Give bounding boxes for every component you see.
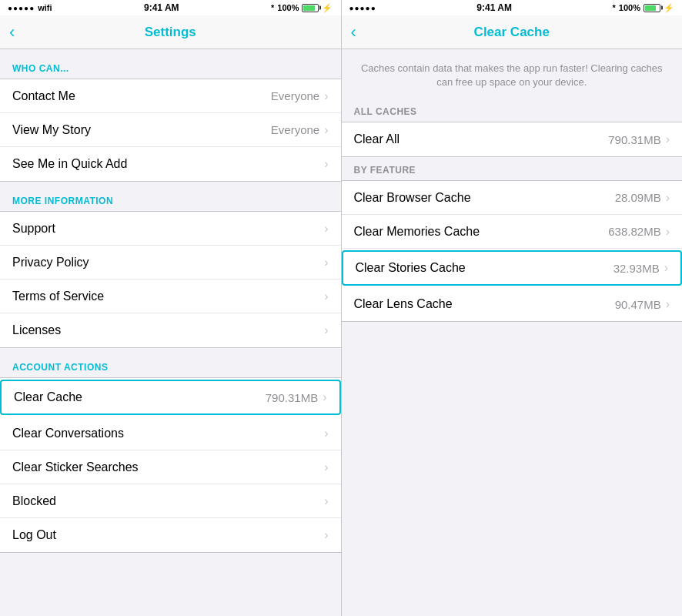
status-right-left: * 100% ⚡ bbox=[271, 3, 333, 13]
section-header-all-caches: ALL CACHES bbox=[342, 99, 683, 122]
clear-lens-item[interactable]: Clear Lens Cache 90.47MB › bbox=[342, 287, 683, 321]
view-story-chevron: › bbox=[324, 123, 328, 137]
time-left: 9:41 AM bbox=[144, 2, 179, 13]
clear-stickers-right: › bbox=[324, 460, 328, 474]
clear-conversations-label: Clear Conversations bbox=[12, 427, 124, 440]
clear-browser-chevron: › bbox=[666, 191, 670, 205]
clear-stickers-label: Clear Sticker Searches bbox=[12, 460, 139, 474]
clear-lens-right: 90.47MB › bbox=[615, 297, 670, 311]
clear-all-right: 790.31MB › bbox=[608, 132, 670, 146]
blocked-right: › bbox=[324, 494, 328, 508]
clear-conversations-right: › bbox=[324, 427, 328, 440]
blocked-label: Blocked bbox=[12, 494, 56, 508]
nav-bar-right: ‹ Clear Cache bbox=[342, 15, 683, 49]
licenses-label: Licenses bbox=[12, 323, 61, 337]
support-item[interactable]: Support › bbox=[0, 212, 341, 246]
clear-stories-right: 32.93MB › bbox=[613, 261, 668, 275]
clear-all-chevron: › bbox=[666, 132, 670, 146]
clear-memories-label: Clear Memories Cache bbox=[354, 225, 480, 239]
battery-icon-right bbox=[644, 4, 660, 12]
charging-icon-right: ⚡ bbox=[664, 3, 674, 13]
clear-memories-value: 638.82MB bbox=[608, 225, 660, 238]
clear-memories-item[interactable]: Clear Memories Cache 638.82MB › bbox=[342, 215, 683, 249]
log-out-right: › bbox=[324, 528, 328, 542]
who-can-list: Contact Me Everyone › View My Story Ever… bbox=[0, 79, 341, 182]
clear-stickers-chevron: › bbox=[324, 460, 328, 474]
clear-all-item[interactable]: Clear All 790.31MB › bbox=[342, 122, 683, 156]
clear-cache-item[interactable]: Clear Cache 790.31MB › bbox=[0, 380, 341, 415]
support-label: Support bbox=[12, 222, 55, 236]
wifi-icon: wifi bbox=[38, 3, 52, 12]
left-panel: ●●●●● wifi 9:41 AM * 100% ⚡ ‹ Settings W… bbox=[0, 0, 342, 616]
log-out-item[interactable]: Log Out › bbox=[0, 518, 341, 552]
right-content: Caches contain data that makes the app r… bbox=[342, 49, 683, 616]
section-header-account: ACCOUNT ACTIONS bbox=[0, 348, 341, 377]
tos-chevron: › bbox=[324, 290, 328, 303]
view-story-value: Everyone bbox=[271, 123, 319, 136]
clear-cache-right: 790.31MB › bbox=[266, 390, 327, 404]
privacy-right: › bbox=[324, 256, 328, 270]
account-actions-list: Clear Cache 790.31MB › Clear Conversatio… bbox=[0, 377, 341, 553]
clear-lens-label: Clear Lens Cache bbox=[354, 297, 453, 311]
blocked-item[interactable]: Blocked › bbox=[0, 484, 341, 518]
quick-add-item[interactable]: See Me in Quick Add › bbox=[0, 147, 341, 181]
battery-percent-right: 100% bbox=[619, 3, 640, 12]
status-right-right: * 100% ⚡ bbox=[613, 3, 674, 13]
clear-all-value: 790.31MB bbox=[608, 133, 660, 146]
clear-lens-value: 90.47MB bbox=[615, 298, 661, 311]
clear-memories-chevron: › bbox=[666, 225, 670, 239]
clear-cache-chevron: › bbox=[323, 390, 326, 404]
clear-cache-label: Clear Cache bbox=[14, 390, 82, 404]
contact-me-value: Everyone bbox=[271, 89, 319, 102]
blocked-chevron: › bbox=[324, 494, 328, 508]
cache-description: Caches contain data that makes the app r… bbox=[342, 49, 683, 99]
section-header-who-can: WHO CAN... bbox=[0, 49, 341, 79]
support-right: › bbox=[324, 222, 328, 236]
battery-icon-left bbox=[302, 4, 319, 12]
clear-stories-item[interactable]: Clear Stories Cache 32.93MB › bbox=[342, 250, 683, 286]
view-story-right: Everyone › bbox=[271, 123, 329, 137]
tos-right: › bbox=[324, 290, 328, 303]
contact-me-chevron: › bbox=[324, 89, 328, 103]
contact-me-label: Contact Me bbox=[12, 89, 75, 103]
contact-me-item[interactable]: Contact Me Everyone › bbox=[0, 79, 341, 113]
clear-browser-label: Clear Browser Cache bbox=[354, 191, 471, 205]
clear-lens-chevron: › bbox=[666, 297, 670, 311]
clear-stories-value: 32.93MB bbox=[613, 262, 660, 275]
clear-conversations-chevron: › bbox=[324, 427, 328, 440]
status-left: ●●●●● wifi bbox=[8, 3, 52, 12]
licenses-chevron: › bbox=[324, 323, 328, 337]
clear-cache-value: 790.31MB bbox=[266, 391, 318, 404]
quick-add-chevron: › bbox=[324, 157, 328, 171]
licenses-item[interactable]: Licenses › bbox=[0, 313, 341, 347]
section-header-by-feature: BY FEATURE bbox=[342, 157, 683, 180]
nav-title-left: Settings bbox=[145, 25, 196, 40]
tos-label: Terms of Service bbox=[12, 290, 104, 303]
status-bar-right: ●●●●● 9:41 AM * 100% ⚡ bbox=[342, 0, 683, 15]
all-caches-list: Clear All 790.31MB › bbox=[342, 122, 683, 157]
view-story-item[interactable]: View My Story Everyone › bbox=[0, 113, 341, 147]
clear-stickers-item[interactable]: Clear Sticker Searches › bbox=[0, 450, 341, 484]
clear-conversations-item[interactable]: Clear Conversations › bbox=[0, 417, 341, 450]
back-button-left[interactable]: ‹ bbox=[9, 22, 15, 42]
view-story-label: View My Story bbox=[12, 123, 91, 137]
charging-icon-left: ⚡ bbox=[322, 3, 333, 13]
clear-stories-chevron: › bbox=[664, 261, 668, 275]
quick-add-label: See Me in Quick Add bbox=[12, 157, 127, 171]
signal-icon: ●●●●● bbox=[8, 4, 35, 12]
section-header-more-info: MORE INFORMATION bbox=[0, 182, 341, 211]
privacy-item[interactable]: Privacy Policy › bbox=[0, 246, 341, 280]
by-feature-list: Clear Browser Cache 28.09MB › Clear Memo… bbox=[342, 180, 683, 322]
battery-percent-left: 100% bbox=[277, 3, 299, 12]
left-content: WHO CAN... Contact Me Everyone › View My… bbox=[0, 49, 341, 616]
status-right-left-items: ●●●●● bbox=[349, 4, 376, 12]
privacy-label: Privacy Policy bbox=[12, 256, 89, 270]
status-bar-left: ●●●●● wifi 9:41 AM * 100% ⚡ bbox=[0, 0, 341, 15]
clear-browser-item[interactable]: Clear Browser Cache 28.09MB › bbox=[342, 181, 683, 215]
bt-icon-right: * bbox=[613, 3, 616, 12]
privacy-chevron: › bbox=[324, 256, 328, 270]
tos-item[interactable]: Terms of Service › bbox=[0, 280, 341, 313]
back-button-right[interactable]: ‹ bbox=[351, 22, 356, 42]
clear-browser-value: 28.09MB bbox=[615, 191, 661, 204]
clear-memories-right: 638.82MB › bbox=[608, 225, 670, 239]
